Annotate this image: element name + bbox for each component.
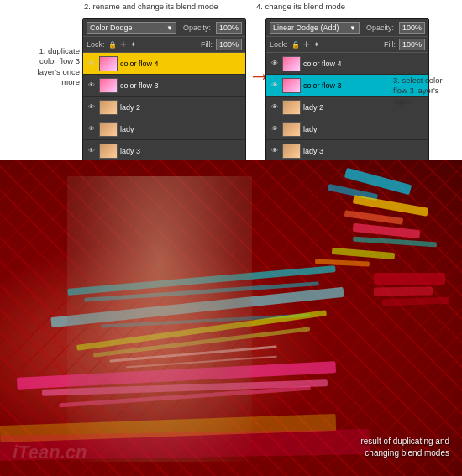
layer-thumb-right-2	[282, 100, 301, 115]
layer-name-left-1: color flow 3	[120, 81, 242, 90]
result-image-area: iTean.cn result of duplicating and chang…	[0, 160, 462, 476]
move-icon-left: ✛	[120, 40, 127, 49]
block-dark-red-1	[374, 273, 445, 285]
pin-icon-right: ✦	[313, 40, 320, 49]
layer-name-left-2: lady 2	[120, 103, 242, 112]
layer-thumb-left-0	[99, 56, 118, 71]
layer-row-right-0[interactable]: 👁 color flow 4	[266, 53, 428, 75]
layer-row-left-2[interactable]: 👁 lady 2	[83, 97, 245, 118]
layer-name-left-4: lady 3	[120, 147, 242, 155]
layer-name-left-3: lady	[120, 125, 242, 133]
step2-annotation: 2. rename and change its blend mode	[84, 2, 218, 12]
step3-annotation: 3. select colorflow 3 layer'sagain	[393, 76, 460, 107]
result-caption-line2: changing blend modes	[365, 448, 449, 458]
layer-thumb-left-3	[99, 122, 118, 137]
panel-left-lock-row: Lock: 🔒 ✛ ✦ Fill: 100%	[83, 36, 245, 53]
eye-icon-right-2[interactable]: 👁	[270, 102, 280, 112]
step1-label: 1. duplicatecolor flow 3layer's oncemore	[38, 46, 80, 86]
lock-icon-right: 🔒	[291, 41, 300, 49]
eye-icon-right-1[interactable]: 👁	[270, 81, 280, 91]
chevron-down-icon-right: ▼	[349, 24, 356, 32]
step3-label: 3. select colorflow 3 layer'sagain	[393, 76, 443, 106]
blend-mode-label-left: Color Dodge	[90, 24, 133, 32]
eye-icon-right-3[interactable]: 👁	[270, 124, 280, 134]
move-icon-right: ✛	[303, 40, 310, 49]
eye-icon-right-4[interactable]: 👁	[270, 146, 280, 156]
blend-mode-dropdown-left[interactable]: Color Dodge ▼	[87, 22, 176, 34]
eye-icon-left-1[interactable]: 👁	[87, 81, 97, 91]
eye-icon-left-0[interactable]: 👁	[87, 59, 97, 69]
panel-left-header: Color Dodge ▼ Opacity: 100%	[83, 19, 245, 36]
eye-icon-left-3[interactable]: 👁	[87, 124, 97, 134]
layer-row-left-0[interactable]: 👁 color flow 4	[83, 53, 245, 75]
result-caption: result of duplicating and changing blend…	[360, 436, 449, 459]
opacity-value-left: 100%	[216, 22, 242, 34]
tutorial-top-section: 2. rename and change its blend mode 4. c…	[0, 0, 462, 160]
layer-thumb-left-2	[99, 100, 118, 115]
blend-mode-dropdown-right[interactable]: Linear Dodge (Add) ▼	[270, 22, 360, 34]
step1-annotation: 1. duplicatecolor flow 3layer's oncemore	[2, 46, 80, 87]
lock-label-left: Lock:	[87, 40, 105, 49]
watermark: iTean.cn	[13, 442, 87, 463]
fill-value-right: 100%	[399, 39, 425, 50]
blend-mode-label-right: Linear Dodge (Add)	[273, 24, 339, 32]
step4-annotation: 4. change its blend mode	[256, 2, 345, 12]
panel-right-lock-row: Lock: 🔒 ✛ ✦ Fill: 100%	[266, 36, 428, 53]
opacity-label-right: Opacity:	[366, 24, 394, 32]
fill-value-left: 100%	[216, 39, 242, 50]
layer-thumb-left-4	[99, 144, 118, 159]
layer-thumb-right-4	[282, 144, 301, 159]
layer-row-right-3[interactable]: 👁 lady	[266, 118, 428, 140]
eye-icon-left-2[interactable]: 👁	[87, 102, 97, 112]
eye-icon-right-0[interactable]: 👁	[270, 59, 280, 69]
layer-thumb-right-1	[282, 78, 301, 93]
layer-thumb-right-3	[282, 122, 301, 137]
layer-row-left-3[interactable]: 👁 lady	[83, 118, 245, 140]
chevron-down-icon: ▼	[166, 24, 173, 32]
layer-row-left-1[interactable]: 👁 color flow 3	[83, 75, 245, 97]
layer-thumb-right-0	[282, 56, 301, 71]
opacity-value-right: 100%	[399, 22, 425, 34]
panel-right-header: Linear Dodge (Add) ▼ Opacity: 100%	[266, 19, 428, 36]
fill-label-right: Fill:	[384, 40, 396, 49]
lock-icon-left: 🔒	[108, 41, 117, 49]
layer-name-right-0: color flow 4	[303, 60, 425, 68]
block-dark-red-2	[374, 286, 433, 296]
lock-label-right: Lock:	[270, 40, 288, 49]
result-caption-line1: result of duplicating and	[360, 437, 449, 446]
layer-name-right-4: lady 3	[303, 147, 425, 155]
layer-name-right-3: lady	[303, 125, 425, 133]
fill-label-left: Fill:	[201, 40, 213, 49]
step2-label: 2. rename and change its blend mode	[84, 2, 218, 11]
opacity-label-left: Opacity:	[183, 24, 211, 32]
step4-label: 4. change its blend mode	[256, 2, 345, 11]
panel-left: Color Dodge ▼ Opacity: 100% Lock: 🔒 ✛ ✦ …	[82, 18, 246, 163]
pin-icon-left: ✦	[130, 40, 137, 49]
layer-name-left-0: color flow 4	[120, 60, 242, 68]
layer-thumb-left-1	[99, 78, 118, 93]
eye-icon-left-4[interactable]: 👁	[87, 146, 97, 156]
